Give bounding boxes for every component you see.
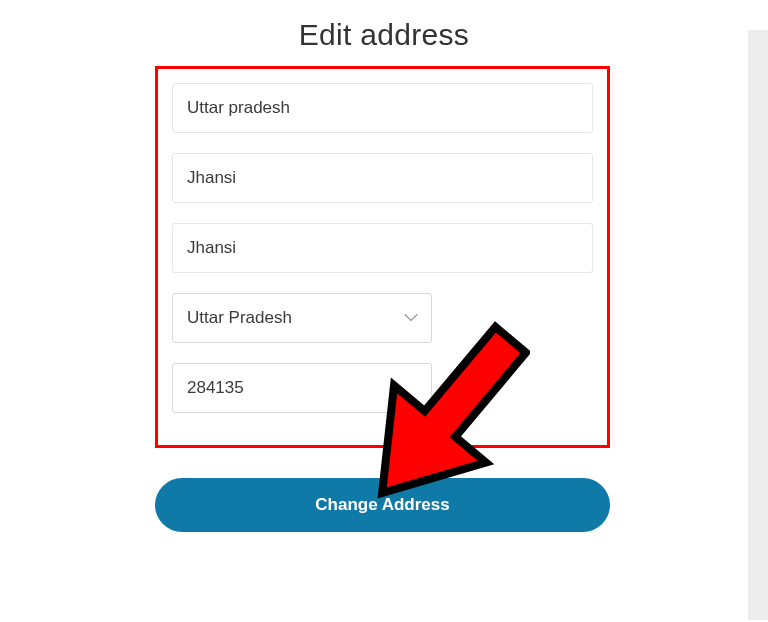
city-input[interactable]	[172, 223, 593, 273]
right-edge-stripe	[748, 30, 768, 620]
page-title: Edit address	[0, 0, 768, 52]
state-select-wrap: Uttar Pradesh	[172, 293, 432, 343]
address-form: Uttar Pradesh	[155, 66, 610, 448]
change-address-button[interactable]: Change Address	[155, 478, 610, 532]
postal-code-input[interactable]	[172, 363, 432, 413]
district-input[interactable]	[172, 153, 593, 203]
state-select[interactable]: Uttar Pradesh	[172, 293, 432, 343]
state-input[interactable]	[172, 83, 593, 133]
